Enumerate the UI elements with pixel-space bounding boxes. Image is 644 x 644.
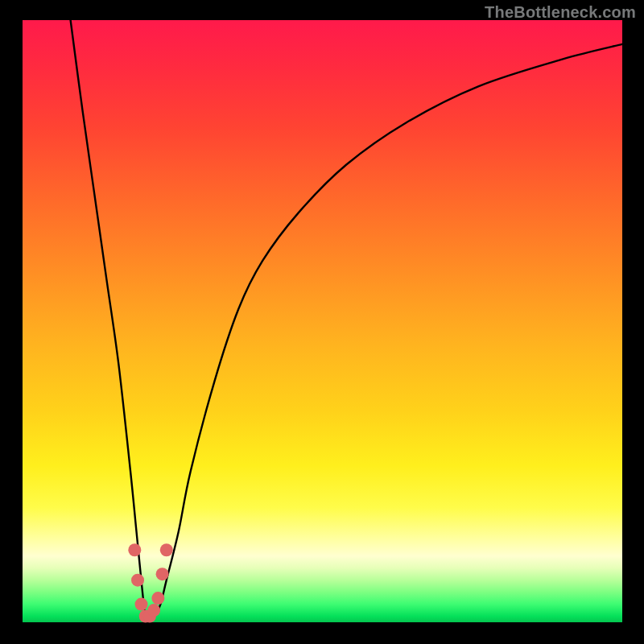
attribution-label: TheBottleneck.com — [485, 3, 636, 22]
gradient-plot-area — [23, 20, 622, 622]
